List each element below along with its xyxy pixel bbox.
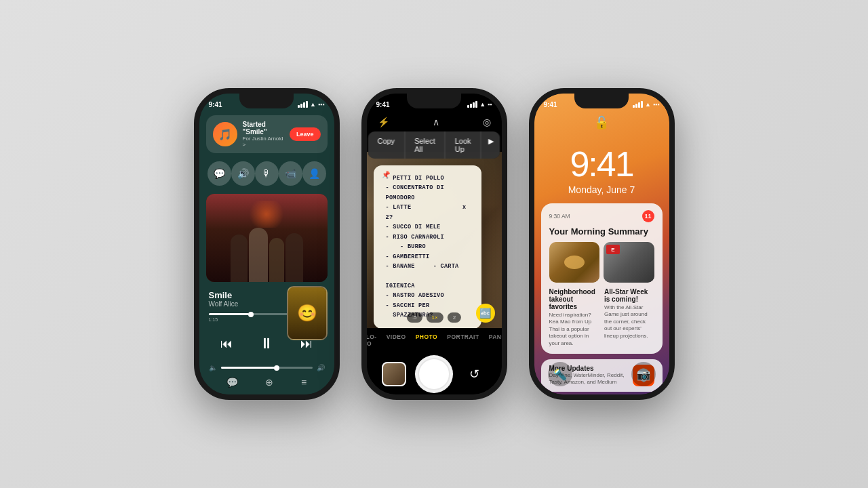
notch-1 bbox=[239, 94, 294, 108]
rewind-button[interactable]: ⏮ bbox=[215, 334, 238, 354]
notification-time: 9:30 AM bbox=[549, 213, 570, 220]
song-title: Smile bbox=[209, 290, 239, 300]
thumbnail-preview[interactable] bbox=[382, 362, 406, 386]
look-up-button[interactable]: Look Up bbox=[446, 131, 481, 159]
context-menu-arrow: ▶ bbox=[481, 131, 500, 159]
pin-icon: 📌 bbox=[382, 171, 390, 178]
progress-thumb bbox=[248, 312, 254, 317]
article-image-1 bbox=[549, 242, 600, 283]
avatar: 🎵 bbox=[213, 122, 237, 146]
volume-row: 🔈 🔊 bbox=[199, 363, 334, 373]
facetime-banner: 🎵 Started "Smile" For Justin Arnold > Le… bbox=[206, 115, 328, 153]
shopping-list: - PETTI DI POLLO - CONCENTRATO DI POMODO… bbox=[383, 174, 472, 321]
article-image-2: E bbox=[604, 242, 654, 283]
zoom-1x[interactable]: 1× bbox=[427, 312, 443, 323]
mode-portrait[interactable]: PORTRAIT bbox=[447, 333, 479, 347]
status-icons-2: ▲ ▪▪ bbox=[467, 101, 492, 108]
lock-time-display: 9:41 Monday, June 7 bbox=[534, 133, 669, 198]
mic-button[interactable]: 🎙 bbox=[255, 161, 279, 186]
select-all-button[interactable]: Select All bbox=[405, 131, 446, 159]
volume-thumb bbox=[274, 365, 279, 371]
article-1-body: Need inspiration? Kea Mao from Up Thai i… bbox=[549, 312, 599, 347]
video-button[interactable]: 📹 bbox=[279, 161, 302, 186]
notification-header: 9:30 AM 11 bbox=[549, 210, 654, 222]
signal-icon-1 bbox=[298, 101, 308, 108]
song-artist: Wolf Alice bbox=[209, 300, 239, 308]
facetime-controls: 💬 🔊 🎙 📹 👤 bbox=[199, 156, 334, 191]
band-figures bbox=[206, 228, 328, 282]
chat-button[interactable]: 💬 bbox=[208, 161, 231, 186]
camera-top-bar: ⚡ ∧ ◎ bbox=[367, 113, 502, 131]
flash-icon[interactable]: ⚡ bbox=[378, 117, 389, 127]
lock-clock: 9:41 bbox=[534, 146, 669, 182]
mode-slomo[interactable]: SLO-MO bbox=[367, 333, 377, 347]
notch-3 bbox=[574, 94, 629, 108]
bottom-icons: 💬 ⊕ ≡ bbox=[199, 373, 334, 392]
zoom-2x[interactable]: 2 bbox=[448, 312, 461, 323]
status-icons-1: ▲ ▪▪▪ bbox=[298, 101, 325, 108]
volume-high-icon: 🔊 bbox=[317, 364, 325, 371]
wifi-icon-1: ▲ bbox=[310, 101, 316, 108]
list-item-2: - CONCENTRATO DI POMODORO bbox=[386, 183, 472, 203]
speaker-button[interactable]: 🔊 bbox=[231, 161, 255, 186]
mode-photo[interactable]: PHOTO bbox=[416, 333, 438, 347]
shazam-icon[interactable]: ⊕ bbox=[265, 377, 273, 388]
pause-button[interactable]: ⏸ bbox=[252, 329, 281, 359]
person-button[interactable]: 👤 bbox=[302, 161, 326, 186]
chevron-up-icon[interactable]: ∧ bbox=[433, 117, 439, 127]
article-2: All-Star Week is coming! With the All-St… bbox=[604, 288, 654, 347]
list-item-6: - BURRO bbox=[386, 242, 472, 251]
mode-video[interactable]: VIDEO bbox=[387, 333, 406, 347]
article-1-headline: Neighborhood takeout favorites bbox=[549, 288, 599, 310]
facetime-subtitle: For Justin Arnold > bbox=[243, 136, 284, 148]
notch-2 bbox=[407, 94, 461, 108]
queue-icon[interactable]: ≡ bbox=[301, 377, 307, 388]
list-item-11: - SACCHI PER bbox=[386, 301, 472, 310]
airplay-icon[interactable]: 💬 bbox=[226, 377, 238, 388]
camera-viewfinder: 📌 - PETTI DI POLLO - CONCENTRATO DI POMO… bbox=[367, 152, 502, 328]
notification-badge: 11 bbox=[642, 210, 654, 222]
signal-icon-3 bbox=[633, 101, 643, 108]
time-current: 1:15 bbox=[209, 317, 218, 322]
mode-pano[interactable]: PANO bbox=[489, 333, 502, 347]
volume-fill bbox=[221, 367, 276, 369]
articles-row: Neighborhood takeout favorites Need insp… bbox=[549, 288, 654, 347]
lock-date: Monday, June 7 bbox=[534, 184, 669, 195]
context-menu-container: Copy Select All Look Up ▶ bbox=[374, 131, 495, 152]
battery-icon-1: ▪▪▪ bbox=[318, 101, 325, 108]
copy-button[interactable]: Copy bbox=[368, 131, 405, 159]
list-item-1: - PETTI DI POLLO bbox=[386, 174, 472, 183]
list-item-8: - BANANE - CARTA bbox=[386, 262, 472, 271]
camera-button[interactable]: 📷 bbox=[631, 362, 656, 386]
notification-card[interactable]: 9:30 AM 11 Your Morning Summary E bbox=[541, 203, 663, 354]
zoom-controls: .5 1× 2 bbox=[407, 312, 461, 323]
zoom-half[interactable]: .5 bbox=[407, 312, 422, 323]
article-2-headline: All-Star Week is coming! bbox=[604, 288, 654, 303]
context-menu: Copy Select All Look Up ▶ bbox=[368, 131, 500, 159]
shutter-button[interactable] bbox=[415, 355, 453, 393]
wifi-icon-2: ▲ bbox=[479, 101, 486, 108]
article-1: Neighborhood takeout favorites Need insp… bbox=[549, 288, 599, 347]
signal-icon-2 bbox=[467, 101, 477, 108]
translate-icon[interactable]: 🔤 bbox=[476, 304, 495, 323]
progress-fill bbox=[209, 313, 250, 315]
pip-video[interactable]: 😊 bbox=[287, 286, 328, 340]
camera-mode-tabs: SLO-MO VIDEO PHOTO PORTRAIT PANO bbox=[367, 328, 502, 350]
settings-icon[interactable]: ◎ bbox=[483, 117, 491, 127]
leave-button[interactable]: Leave bbox=[290, 127, 321, 141]
flashlight-button[interactable]: 🔦 bbox=[548, 362, 572, 386]
article-2-body: With the All-Star Game just around the c… bbox=[604, 304, 654, 340]
list-item-3: - LATTE x 2? bbox=[386, 203, 472, 222]
lock-bottom-bar: 🔦 📷 bbox=[534, 362, 669, 386]
notification-title: Your Morning Summary bbox=[549, 226, 654, 237]
flip-camera-button[interactable]: ↺ bbox=[462, 362, 486, 386]
list-item-10: - NASTRO ADESIVO bbox=[386, 291, 472, 300]
lock-icon: 🔓 bbox=[534, 113, 669, 133]
volume-low-icon: 🔈 bbox=[209, 364, 217, 371]
phone-camera: 9:41 ▲ ▪▪ ⚡ ∧ ◎ Copy Select All Look Up … bbox=[361, 88, 507, 400]
status-time-3: 9:41 bbox=[544, 101, 557, 108]
volume-track[interactable] bbox=[221, 367, 313, 369]
phone-facetime-music: 9:41 ▲ ▪▪▪ 🎵 Started "Smile" For Justin … bbox=[194, 88, 340, 400]
wifi-icon-3: ▲ bbox=[645, 101, 651, 108]
status-icons-3: ▲ ▪▪▪ bbox=[633, 101, 660, 108]
